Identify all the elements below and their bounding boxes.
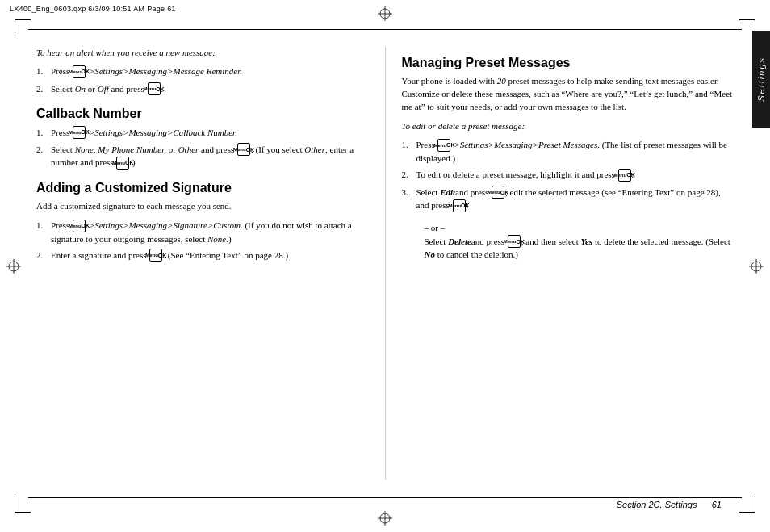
right-column: Managing Preset Messages Your phone is l… [386, 31, 734, 496]
footer-section: Section 2C. Settings 61 [617, 500, 722, 509]
preset-heading: Managing Preset Messages [402, 55, 734, 70]
settings-tab: Settings [752, 31, 770, 128]
ok-icon: MenuOK [237, 143, 250, 156]
settings-tab-label: Settings [756, 57, 766, 102]
page-container: LX400_Eng_0603.qxp 6/3/09 10:51 AM Page … [0, 0, 770, 532]
option-off: Off [98, 84, 109, 94]
ok-icon: MenuOK [508, 235, 521, 248]
list-item: 2. Select On or Off and press MenuOK. [36, 83, 369, 96]
reg-mark-top [378, 6, 392, 21]
corner-bl [15, 496, 31, 513]
list-item: 1. Press MenuOK >Settings>Messaging>Pres… [402, 139, 734, 165]
corner-br [739, 496, 755, 513]
step-content: Press MenuOK >Settings>Messaging>Signatu… [51, 220, 369, 245]
step-number: 3. [402, 186, 416, 199]
option-none2: None [207, 234, 226, 244]
preset-italic-intro: To edit or delete a preset message: [402, 120, 734, 132]
reg-mark-left [6, 259, 21, 274]
option-on: On [75, 84, 86, 94]
step-number: 1. [36, 65, 51, 77]
step-number: 1. [402, 139, 416, 151]
nav-path: >Settings>Messaging>Signature>Custom. [86, 220, 243, 230]
step-content: Select On or Off and press MenuOK. [51, 83, 369, 96]
left-intro-text: To hear an alert when you receive a new … [36, 47, 369, 59]
corner-tl [15, 19, 31, 36]
step-number: 1. [36, 220, 51, 232]
ok-icon: MenuOK [618, 169, 631, 182]
step-content: Select Editand press MenuOK, edit the se… [416, 186, 734, 213]
ok-icon: MenuOK [148, 82, 161, 95]
list-item: 1. Press MenuOK >Settings>Messaging>Sign… [36, 220, 369, 245]
step-number: 2. [36, 144, 51, 156]
step-number: 2. [402, 169, 416, 181]
list-item: 2. To edit or delete a preset message, h… [402, 169, 734, 182]
signature-steps-list: 1. Press MenuOK >Settings>Messaging>Sign… [36, 220, 369, 262]
step-number: 2. [36, 83, 51, 95]
ok-icon: MenuOK [437, 139, 450, 152]
left-column: To hear an alert when you receive a new … [36, 31, 385, 496]
footer-page-number: 61 [712, 500, 722, 509]
ok-icon: MenuOK [116, 157, 129, 170]
reg-mark-bottom [378, 511, 392, 526]
callback-steps-list: 1. Press MenuOK >Settings>Messaging>Call… [36, 127, 369, 170]
list-item: 3. Select Editand press MenuOK, edit the… [402, 186, 734, 213]
top-rule [28, 29, 742, 30]
step-number: 2. [36, 249, 51, 262]
step-content: Press MenuOK >Settings>Messaging>Callbac… [51, 127, 369, 140]
option-other2: Other [304, 145, 325, 154]
header-text: LX400_Eng_0603.qxp 6/3/09 10:51 AM Page … [10, 5, 176, 13]
step-content: To edit or delete a preset message, high… [416, 169, 734, 182]
ok-icon: MenuOK [492, 186, 504, 199]
ok-icon: MenuOK [73, 65, 86, 78]
preset-body: Your phone is loaded with 20 preset mess… [402, 75, 734, 114]
option-none: None, My Phone Number, [75, 145, 166, 154]
list-item: 1. Press MenuOK >Settings>Messaging>Mess… [36, 65, 369, 78]
content-area: To hear an alert when you receive a new … [36, 31, 734, 496]
preset-steps-list: 1. Press MenuOK >Settings>Messaging>Pres… [402, 139, 734, 212]
signature-intro: Add a customized signature to each messa… [36, 200, 369, 213]
preset-number: 20 [497, 76, 506, 86]
no-option: No [425, 249, 435, 259]
ok-icon: MenuOK [149, 249, 162, 262]
nav-path: >Settings>Messaging>Callback Number. [86, 128, 237, 137]
bottom-rule [28, 497, 742, 498]
nav-path: >Settings>Messaging>Preset Messages. [451, 140, 599, 149]
reg-mark-right [749, 259, 764, 274]
option-other: Other [178, 145, 199, 154]
delete-option: Delete [448, 237, 471, 246]
step-content: Select None, My Phone Number, or Other a… [51, 144, 369, 170]
list-item: 2. Enter a signature and press MenuOK. (… [36, 249, 369, 262]
ok-icon: MenuOK [73, 126, 86, 139]
list-item: 2. Select None, My Phone Number, or Othe… [36, 144, 369, 170]
step-number: 1. [36, 127, 51, 139]
ok-icon: MenuOK [73, 220, 86, 232]
signature-heading: Adding a Customized Signature [36, 180, 369, 195]
step-content: Press MenuOK >Settings>Messaging>Message… [51, 65, 369, 78]
or-separator: – or – [402, 223, 734, 232]
intro-steps-list: 1. Press MenuOK >Settings>Messaging>Mess… [36, 65, 369, 96]
ok-icon: MenuOK [453, 199, 466, 212]
callback-heading: Callback Number [36, 106, 369, 121]
step-content: Enter a signature and press MenuOK. (See… [51, 249, 369, 262]
footer-section-text: Section 2C. Settings [617, 500, 697, 509]
edit-option: Edit [440, 187, 455, 197]
yes-option: Yes [580, 237, 592, 246]
nav-path: >Settings>Messaging>Message Reminder. [86, 66, 242, 76]
step-content: Press MenuOK >Settings>Messaging>Preset … [416, 139, 734, 165]
list-item: 1. Press MenuOK >Settings>Messaging>Call… [36, 127, 369, 140]
footer: Section 2C. Settings 61 [617, 500, 722, 509]
delete-text: Select Deleteand press MenuOK, and then … [402, 236, 734, 262]
